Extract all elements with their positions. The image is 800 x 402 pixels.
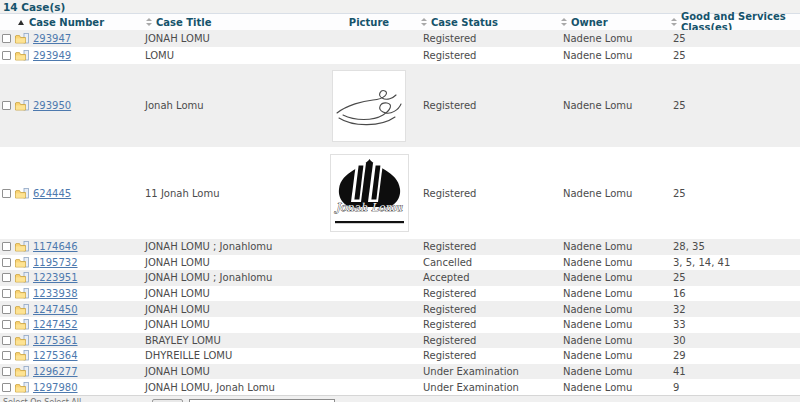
folder-icon[interactable]: [15, 382, 29, 393]
case-status: Registered: [423, 319, 476, 330]
case-title: JONAH LOMU: [145, 33, 210, 44]
row-checkbox[interactable]: [2, 34, 11, 43]
row-checkbox[interactable]: [2, 383, 11, 392]
folder-icon[interactable]: [15, 50, 29, 61]
row-checkbox[interactable]: [2, 101, 11, 110]
column-header-case-number[interactable]: Case Number: [0, 14, 143, 30]
picture-cell: [320, 364, 418, 380]
table-row: 1296277 JONAH LOMU Under Examination Nad…: [0, 364, 800, 380]
sort-ascending-icon: [18, 20, 24, 25]
folder-icon[interactable]: [15, 366, 29, 377]
column-header-case-status[interactable]: Case Status: [418, 14, 558, 30]
row-checkbox[interactable]: [2, 289, 11, 298]
folder-icon[interactable]: [15, 100, 29, 111]
table-row: 624445 11 Jonah Lomu Jonah Lomu Register…: [0, 147, 800, 239]
folder-icon[interactable]: [15, 335, 29, 346]
column-header-case-title[interactable]: Case Title: [143, 14, 320, 30]
case-title: JONAH LOMU: [145, 366, 210, 377]
case-number-link[interactable]: 1275364: [33, 350, 78, 361]
case-number-link[interactable]: 1195732: [33, 257, 78, 268]
picture-cell: [320, 301, 418, 317]
case-number-link[interactable]: 293950: [33, 100, 71, 111]
case-title: JONAH LOMU: [145, 288, 210, 299]
folder-icon[interactable]: [15, 188, 29, 199]
owner: Nadene Lomu: [563, 257, 632, 268]
row-checkbox[interactable]: [2, 258, 11, 267]
row-checkbox[interactable]: [2, 367, 11, 376]
classes: 25: [673, 272, 686, 283]
owner: Nadene Lomu: [563, 272, 632, 283]
signature-image: [332, 70, 406, 142]
classes: 16: [673, 288, 686, 299]
classes: 3, 5, 14, 41: [673, 257, 730, 268]
picture-cell: [320, 255, 418, 271]
case-title: JONAH LOMU: [145, 257, 210, 268]
folder-icon[interactable]: [15, 350, 29, 361]
picture-cell: [320, 379, 418, 395]
row-checkbox[interactable]: [2, 320, 11, 329]
folder-icon[interactable]: [15, 288, 29, 299]
column-label: Owner: [571, 17, 608, 28]
row-checkbox[interactable]: [2, 351, 11, 360]
column-header-classes[interactable]: Good and Services Class(es): [668, 14, 800, 30]
case-title: LOMU: [145, 50, 174, 61]
folder-icon[interactable]: [15, 257, 29, 268]
folder-icon[interactable]: [15, 319, 29, 330]
classes: 25: [673, 50, 686, 61]
folder-icon[interactable]: [15, 272, 29, 283]
signature-drawing: [333, 71, 405, 141]
classes: 32: [673, 304, 686, 315]
owner: Nadene Lomu: [563, 335, 632, 346]
owner: Nadene Lomu: [563, 304, 632, 315]
sort-icon: [561, 18, 567, 26]
column-label: Case Title: [156, 17, 212, 28]
column-header-owner[interactable]: Owner: [558, 14, 668, 30]
folder-icon[interactable]: [15, 241, 29, 252]
row-checkbox[interactable]: [2, 189, 11, 198]
case-title: JONAH LOMU, Jonah Lomu: [145, 382, 275, 393]
case-number-link[interactable]: 293949: [33, 50, 71, 61]
table-row: 1275361 BRAYLEY LOMU Registered Nadene L…: [0, 333, 800, 349]
folder-icon[interactable]: [15, 33, 29, 44]
case-number-link[interactable]: 1223951: [33, 272, 78, 283]
owner: Nadene Lomu: [563, 319, 632, 330]
table-row: 1174646 JONAH LOMU ; Jonahlomu Registere…: [0, 239, 800, 255]
picture-cell: Jonah Lomu: [320, 147, 418, 239]
row-checkbox[interactable]: [2, 51, 11, 60]
column-header-picture: Picture: [320, 14, 418, 30]
case-status: Registered: [423, 350, 476, 361]
sort-icon: [421, 18, 427, 26]
logo-script-text: Jonah Lomu: [333, 201, 403, 214]
column-label: Picture: [349, 17, 389, 28]
case-number-link[interactable]: 1174646: [33, 241, 78, 252]
table-row: 1247452 JONAH LOMU Registered Nadene Lom…: [0, 317, 800, 333]
case-number-link[interactable]: 293947: [33, 33, 71, 44]
folder-icon[interactable]: [15, 304, 29, 315]
classes: 9: [673, 382, 679, 393]
case-status: Under Examination: [423, 382, 519, 393]
case-number-link[interactable]: 1297980: [33, 382, 78, 393]
case-number-link[interactable]: 1247450: [33, 304, 78, 315]
case-status: Registered: [423, 304, 476, 315]
row-checkbox[interactable]: [2, 242, 11, 251]
column-label: Case Number: [29, 17, 104, 28]
row-checkbox[interactable]: [2, 336, 11, 345]
case-status: Registered: [423, 33, 476, 44]
classes: 25: [673, 100, 686, 111]
row-checkbox[interactable]: [2, 273, 11, 282]
case-number-link[interactable]: 624445: [33, 188, 71, 199]
logo-drawing: Jonah Lomu: [331, 155, 408, 231]
case-search-results: 14 Case(s) Case Number Case Title Pictur…: [0, 0, 800, 402]
case-number-link[interactable]: 1247452: [33, 319, 78, 330]
row-checkbox[interactable]: [2, 305, 11, 314]
case-number-link[interactable]: 1233938: [33, 288, 78, 299]
case-status: Registered: [423, 335, 476, 346]
case-status: Registered: [423, 100, 476, 111]
table-row: 293949 LOMU Registered Nadene Lomu 25: [0, 47, 800, 64]
case-title: JONAH LOMU ; Jonahlomu: [145, 241, 272, 252]
case-number-link[interactable]: 1275361: [33, 335, 78, 346]
footer-bar: Select On Select All: [0, 395, 800, 402]
case-title: BRAYLEY LOMU: [145, 335, 221, 346]
picture-cell: [320, 239, 418, 255]
case-number-link[interactable]: 1296277: [33, 366, 78, 377]
